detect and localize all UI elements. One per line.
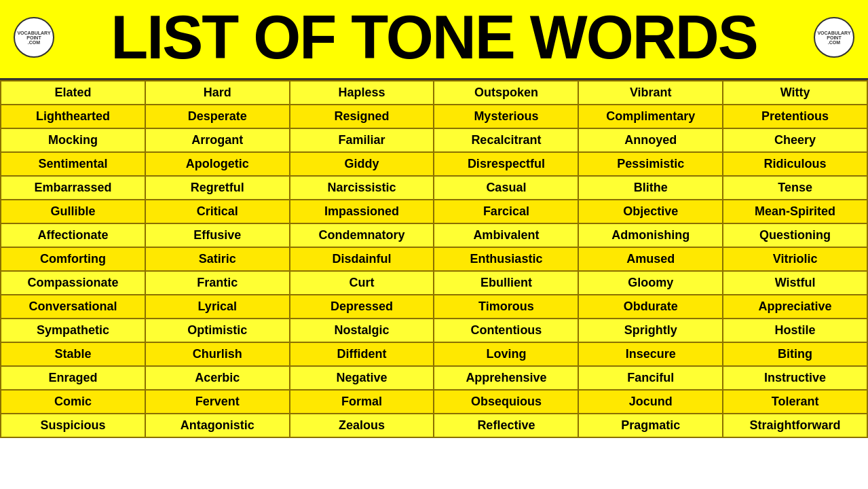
table-cell: Comforting bbox=[1, 247, 145, 271]
table-cell: Objective bbox=[578, 200, 723, 223]
table-row: SympatheticOptimisticNostalgicContentiou… bbox=[1, 319, 867, 342]
tone-words-table-container: ElatedHardHaplessOutspokenVibrantWittyLi… bbox=[0, 80, 868, 438]
table-cell: Obsequious bbox=[434, 390, 578, 414]
table-cell: Hard bbox=[145, 81, 290, 105]
table-cell: Tense bbox=[723, 176, 867, 200]
table-row: LightheartedDesperateResignedMysteriousC… bbox=[1, 105, 867, 128]
table-cell: Formal bbox=[290, 390, 434, 414]
table-cell: Obdurate bbox=[578, 295, 723, 319]
table-cell: Timorous bbox=[434, 295, 578, 319]
table-cell: Negative bbox=[290, 366, 434, 390]
table-row: StableChurlishDiffidentLovingInsecureBit… bbox=[1, 342, 867, 366]
table-cell: Fervent bbox=[145, 390, 290, 414]
table-cell: Pessimistic bbox=[578, 152, 723, 176]
table-cell: Appreciative bbox=[723, 295, 867, 319]
table-cell: Hapless bbox=[290, 81, 434, 105]
table-cell: Lighthearted bbox=[1, 105, 145, 128]
table-row: AffectionateEffusiveCondemnatoryAmbivale… bbox=[1, 223, 867, 247]
table-cell: Annoyed bbox=[578, 128, 723, 152]
table-cell: Antagonistic bbox=[145, 414, 290, 437]
table-cell: Arrogant bbox=[145, 128, 290, 152]
table-row: SentimentalApologeticGiddyDisrespectfulP… bbox=[1, 152, 867, 176]
table-cell: Disdainful bbox=[290, 247, 434, 271]
table-cell: Mysterious bbox=[434, 105, 578, 128]
table-cell: Suspicious bbox=[1, 414, 145, 437]
table-cell: Instructive bbox=[723, 366, 867, 390]
table-cell: Effusive bbox=[145, 223, 290, 247]
table-row: ConversationalLyricalDepressedTimorousOb… bbox=[1, 295, 867, 319]
table-cell: Amused bbox=[578, 247, 723, 271]
table-cell: Farcical bbox=[434, 200, 578, 223]
table-cell: Mean-Spirited bbox=[723, 200, 867, 223]
table-cell: Disrespectful bbox=[434, 152, 578, 176]
table-cell: Hostile bbox=[723, 319, 867, 342]
table-cell: Optimistic bbox=[145, 319, 290, 342]
table-cell: Fanciful bbox=[578, 366, 723, 390]
table-cell: Narcissistic bbox=[290, 176, 434, 200]
page-title: LIST OF TONE WORDS bbox=[54, 7, 814, 68]
table-cell: Enthusiastic bbox=[434, 247, 578, 271]
tone-words-table: ElatedHardHaplessOutspokenVibrantWittyLi… bbox=[0, 80, 868, 438]
table-row: ComicFerventFormalObsequiousJocundTolera… bbox=[1, 390, 867, 414]
table-cell: Impassioned bbox=[290, 200, 434, 223]
table-row: EnragedAcerbicNegativeApprehensiveFancif… bbox=[1, 366, 867, 390]
table-cell: Biting bbox=[723, 342, 867, 366]
table-cell: Frantic bbox=[145, 271, 290, 295]
table-cell: Jocund bbox=[578, 390, 723, 414]
table-cell: Condemnatory bbox=[290, 223, 434, 247]
table-row: ComfortingSatiricDisdainfulEnthusiasticA… bbox=[1, 247, 867, 271]
table-cell: Sympathetic bbox=[1, 319, 145, 342]
table-cell: Churlish bbox=[145, 342, 290, 366]
table-cell: Compassionate bbox=[1, 271, 145, 295]
table-cell: Witty bbox=[723, 81, 867, 105]
table-cell: Pragmatic bbox=[578, 414, 723, 437]
table-cell: Enraged bbox=[1, 366, 145, 390]
logo-left: VOCABULARYPOINT.COM bbox=[14, 17, 54, 58]
table-cell: Elated bbox=[1, 81, 145, 105]
table-cell: Stable bbox=[1, 342, 145, 366]
table-row: MockingArrogantFamiliarRecalcitrantAnnoy… bbox=[1, 128, 867, 152]
table-cell: Sentimental bbox=[1, 152, 145, 176]
table-row: EmbarrassedRegretfulNarcissisticCasualBl… bbox=[1, 176, 867, 200]
table-cell: Satiric bbox=[145, 247, 290, 271]
table-cell: Curt bbox=[290, 271, 434, 295]
table-cell: Resigned bbox=[290, 105, 434, 128]
table-row: ElatedHardHaplessOutspokenVibrantWitty bbox=[1, 81, 867, 105]
table-row: SuspiciousAntagonisticZealousReflectiveP… bbox=[1, 414, 867, 437]
table-cell: Loving bbox=[434, 342, 578, 366]
table-cell: Regretful bbox=[145, 176, 290, 200]
table-cell: Mocking bbox=[1, 128, 145, 152]
table-cell: Insecure bbox=[578, 342, 723, 366]
table-cell: Pretentious bbox=[723, 105, 867, 128]
table-cell: Complimentary bbox=[578, 105, 723, 128]
table-cell: Apologetic bbox=[145, 152, 290, 176]
table-cell: Tolerant bbox=[723, 390, 867, 414]
logo-right: VOCABULARYPOINT.COM bbox=[814, 17, 854, 58]
table-cell: Recalcitrant bbox=[434, 128, 578, 152]
table-cell: Zealous bbox=[290, 414, 434, 437]
table-cell: Ridiculous bbox=[723, 152, 867, 176]
table-cell: Admonishing bbox=[578, 223, 723, 247]
table-cell: Vitriolic bbox=[723, 247, 867, 271]
table-cell: Comic bbox=[1, 390, 145, 414]
table-row: CompassionateFranticCurtEbullientGloomyW… bbox=[1, 271, 867, 295]
table-cell: Casual bbox=[434, 176, 578, 200]
table-cell: Acerbic bbox=[145, 366, 290, 390]
table-cell: Gloomy bbox=[578, 271, 723, 295]
table-cell: Familiar bbox=[290, 128, 434, 152]
page-header: VOCABULARYPOINT.COM LIST OF TONE WORDS V… bbox=[0, 0, 868, 80]
table-cell: Lyrical bbox=[145, 295, 290, 319]
table-cell: Desperate bbox=[145, 105, 290, 128]
table-cell: Critical bbox=[145, 200, 290, 223]
table-cell: Ebullient bbox=[434, 271, 578, 295]
table-cell: Blithe bbox=[578, 176, 723, 200]
table-cell: Reflective bbox=[434, 414, 578, 437]
table-cell: Conversational bbox=[1, 295, 145, 319]
table-row: GullibleCriticalImpassionedFarcicalObjec… bbox=[1, 200, 867, 223]
table-cell: Outspoken bbox=[434, 81, 578, 105]
table-cell: Apprehensive bbox=[434, 366, 578, 390]
table-cell: Giddy bbox=[290, 152, 434, 176]
table-cell: Affectionate bbox=[1, 223, 145, 247]
table-cell: Questioning bbox=[723, 223, 867, 247]
table-cell: Gullible bbox=[1, 200, 145, 223]
